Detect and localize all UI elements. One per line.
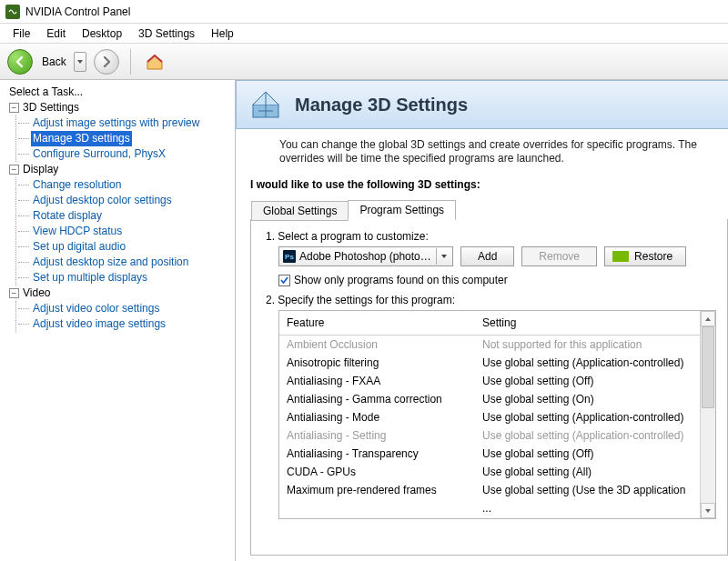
menu-help[interactable]: Help (204, 25, 241, 42)
tree-item-rotate-display[interactable]: Rotate display (18, 208, 235, 224)
cell-feature: Ambient Occlusion (279, 336, 475, 354)
collapse-icon[interactable]: − (9, 165, 19, 175)
task-tree: − 3D Settings Adjust image settings with… (4, 100, 235, 332)
window-title: NVIDIA Control Panel (25, 5, 130, 18)
grid-header: Feature Setting (279, 311, 700, 336)
toolbar-separator (130, 49, 131, 75)
sidebar: Select a Task... − 3D Settings Adjust im… (0, 80, 236, 561)
scroll-up-icon[interactable] (701, 311, 715, 326)
back-label: Back (42, 55, 66, 68)
cell-feature: Antialiasing - FXAA (279, 372, 475, 390)
scroll-down-icon[interactable] (701, 503, 715, 518)
nvidia-chip-icon (612, 251, 629, 262)
photoshop-icon: Ps (283, 250, 296, 263)
cell-setting[interactable]: Use global setting (Application-controll… (475, 408, 700, 426)
table-row[interactable]: Antialiasing - FXAAUse global setting (O… (279, 372, 700, 390)
table-row[interactable]: Antialiasing - ModeUse global setting (A… (279, 408, 700, 426)
cell-setting[interactable]: Use global setting (Application-controll… (475, 354, 700, 372)
section-label: I would like to use the following 3D set… (236, 171, 728, 196)
table-row[interactable]: CUDA - GPUsUse global setting (All) (279, 463, 700, 481)
table-row: Antialiasing - SettingUse global setting… (279, 426, 700, 445)
cell-feature: Antialiasing - Mode (279, 408, 475, 426)
tree-label: Display (23, 162, 58, 177)
settings-grid: Feature Setting Ambient OcclusionNot sup… (278, 310, 716, 519)
tree-item-digital-audio[interactable]: Set up digital audio (18, 239, 235, 255)
checkbox-label: Show only programs found on this compute… (294, 274, 508, 286)
step-2-label: 2. Specify the settings for this program… (266, 294, 716, 306)
tab-program-settings[interactable]: Program Settings (348, 200, 456, 220)
restore-label: Restore (634, 250, 672, 263)
page-description: You can change the global 3D settings an… (236, 129, 728, 171)
tree-node-3d-settings[interactable]: − 3D Settings (9, 100, 235, 115)
table-row[interactable]: Antialiasing - TransparencyUse global se… (279, 445, 700, 463)
tree-item-adjust-image[interactable]: Adjust image settings with preview (18, 115, 235, 131)
tree-item-manage-3d[interactable]: Manage 3D settings (18, 131, 235, 146)
header-feature[interactable]: Feature (279, 311, 475, 335)
cell-setting: Not supported for this application (475, 336, 700, 354)
cell-feature: Antialiasing - Transparency (279, 445, 475, 463)
hero-banner: Manage 3D Settings (236, 80, 728, 129)
menu-file[interactable]: File (5, 25, 37, 42)
program-select-value: Adobe Photoshop (photoshop.... (299, 250, 436, 263)
remove-button: Remove (521, 246, 597, 266)
cell-setting[interactable]: Use global setting (Use the 3D applicati… (475, 481, 700, 517)
tree-item-desktop-size[interactable]: Adjust desktop size and position (18, 255, 235, 270)
step-1-label: 1. Select a program to customize: (266, 230, 716, 243)
scroll-thumb[interactable] (702, 326, 714, 408)
table-row[interactable]: Multi-Frame Sampled AA (MFAA)Use global … (279, 517, 700, 518)
table-row[interactable]: Antialiasing - Gamma correctionUse globa… (279, 390, 700, 408)
tree-node-video[interactable]: − Video (9, 286, 235, 301)
collapse-icon[interactable]: − (9, 103, 19, 113)
program-select[interactable]: Ps Adobe Photoshop (photoshop.... (278, 246, 453, 266)
cell-setting[interactable]: Use global setting (Off) (475, 372, 700, 390)
tree-item-video-color[interactable]: Adjust video color settings (18, 301, 235, 316)
back-button[interactable] (7, 49, 33, 75)
tab-strip: Global Settings Program Settings (251, 200, 455, 220)
cell-feature: Anisotropic filtering (279, 354, 475, 372)
add-button[interactable]: Add (460, 246, 514, 266)
chevron-down-icon (436, 248, 450, 265)
sidebar-header: Select a Task... (4, 84, 235, 100)
menu-3d-settings[interactable]: 3D Settings (131, 25, 202, 42)
cell-setting[interactable]: Use global setting (Off) (475, 517, 700, 518)
collapse-icon[interactable]: − (9, 288, 19, 298)
hero-3d-icon (248, 86, 284, 123)
header-setting[interactable]: Setting (475, 311, 700, 335)
tab-global-settings[interactable]: Global Settings (251, 201, 349, 221)
cell-feature: Multi-Frame Sampled AA (MFAA) (279, 517, 475, 518)
page-title: Manage 3D Settings (295, 95, 468, 115)
cell-feature: Antialiasing - Gamma correction (279, 390, 475, 408)
tree-node-display[interactable]: − Display (9, 162, 235, 177)
tree-item-adjust-desktop-color[interactable]: Adjust desktop color settings (18, 193, 235, 208)
menu-desktop[interactable]: Desktop (75, 25, 129, 42)
home-button[interactable] (142, 49, 167, 75)
tree-label: Video (23, 286, 50, 301)
cell-setting[interactable]: Use global setting (Off) (475, 445, 700, 463)
main: Select a Task... − 3D Settings Adjust im… (0, 80, 728, 561)
show-only-found-checkbox[interactable] (278, 275, 290, 286)
menu-edit[interactable]: Edit (39, 25, 73, 42)
settings-panel: Global Settings Program Settings 1. Sele… (250, 219, 728, 556)
app-icon (5, 5, 20, 19)
table-row[interactable]: Maximum pre-rendered framesUse global se… (279, 481, 700, 517)
cell-feature: CUDA - GPUs (279, 463, 475, 481)
forward-button[interactable] (94, 49, 119, 75)
tree-item-change-resolution[interactable]: Change resolution (18, 177, 235, 193)
cell-setting[interactable]: Use global setting (All) (475, 463, 700, 481)
grid-scrollbar[interactable] (700, 311, 715, 518)
cell-setting: Use global setting (Application-controll… (475, 426, 700, 445)
tree-label: 3D Settings (23, 100, 79, 115)
restore-button[interactable]: Restore (604, 246, 686, 266)
cell-feature: Antialiasing - Setting (279, 426, 475, 445)
menubar: File Edit Desktop 3D Settings Help (0, 24, 728, 44)
cell-setting[interactable]: Use global setting (On) (475, 390, 700, 408)
back-history-dropdown[interactable] (74, 52, 86, 72)
tree-item-configure-surround[interactable]: Configure Surround, PhysX (18, 146, 235, 162)
scroll-track[interactable] (701, 326, 715, 503)
titlebar: NVIDIA Control Panel (0, 0, 728, 24)
tree-item-video-image[interactable]: Adjust video image settings (18, 316, 235, 332)
table-row: Ambient OcclusionNot supported for this … (279, 336, 700, 354)
table-row[interactable]: Anisotropic filteringUse global setting … (279, 354, 700, 372)
tree-item-view-hdcp[interactable]: View HDCP status (18, 224, 235, 239)
tree-item-multiple-displays[interactable]: Set up multiple displays (18, 270, 235, 286)
